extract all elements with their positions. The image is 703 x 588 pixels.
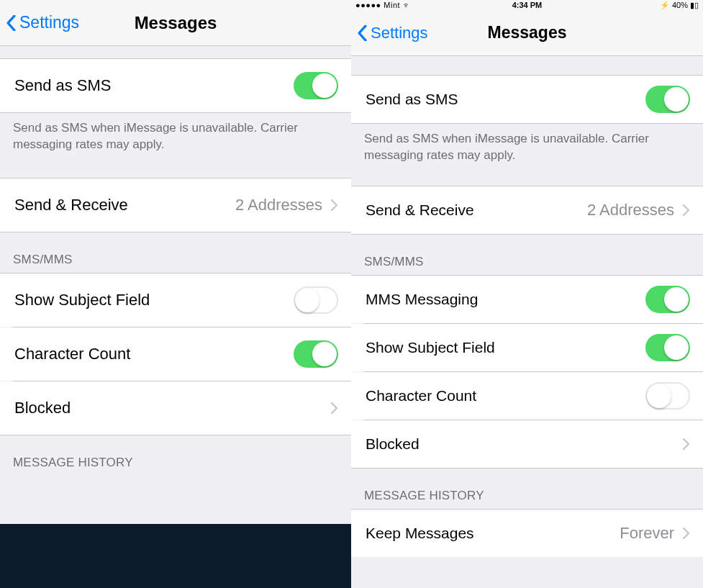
back-label: Settings xyxy=(371,24,428,42)
right-screenshot: ●●●●● Mint ᯤ 4:34 PM ⚡ 40% ▮▯ Settings M… xyxy=(351,0,703,588)
send-as-sms-label: Send as SMS xyxy=(14,76,294,95)
blocked-row[interactable]: Blocked xyxy=(351,420,703,468)
sms-mms-header: SMS/MMS xyxy=(0,232,351,273)
back-button[interactable]: Settings xyxy=(0,13,79,32)
left-screenshot: Settings Messages Send as SMS Send as SM… xyxy=(0,0,351,524)
status-battery: ⚡ 40% ▮▯ xyxy=(584,1,699,10)
chevron-left-icon xyxy=(6,15,17,31)
navigation-bar: Settings Messages xyxy=(0,0,351,46)
message-history-header: MESSAGE HISTORY xyxy=(351,469,703,509)
show-subject-toggle[interactable] xyxy=(294,286,338,314)
mms-messaging-label: MMS Messaging xyxy=(366,291,645,308)
keep-messages-label: Keep Messages xyxy=(366,525,620,542)
character-count-row[interactable]: Character Count xyxy=(351,372,703,420)
settings-content: Send as SMS Send as SMS when iMessage is… xyxy=(0,46,351,524)
settings-content: Send as SMS Send as SMS when iMessage is… xyxy=(351,56,703,588)
navigation-bar: Settings Messages xyxy=(351,10,703,56)
chevron-right-icon xyxy=(331,199,338,211)
back-label: Settings xyxy=(19,13,79,32)
send-receive-row[interactable]: Send & Receive 2 Addresses xyxy=(0,178,351,232)
show-subject-row[interactable]: Show Subject Field xyxy=(351,324,703,371)
chevron-right-icon xyxy=(683,438,690,450)
status-time: 4:34 PM xyxy=(470,1,584,9)
message-history-header: MESSAGE HISTORY xyxy=(0,435,351,476)
status-bar: ●●●●● Mint ᯤ 4:34 PM ⚡ 40% ▮▯ xyxy=(351,0,703,10)
sms-mms-header: SMS/MMS xyxy=(351,235,703,275)
show-subject-row[interactable]: Show Subject Field xyxy=(0,273,351,327)
send-receive-value: 2 Addresses xyxy=(587,201,674,220)
blocked-row[interactable]: Blocked xyxy=(0,381,351,435)
blocked-label: Blocked xyxy=(14,399,331,417)
back-button[interactable]: Settings xyxy=(351,24,428,42)
send-as-sms-toggle[interactable] xyxy=(645,86,690,113)
mms-messaging-row[interactable]: MMS Messaging xyxy=(351,276,703,323)
chevron-left-icon xyxy=(357,25,368,41)
show-subject-label: Show Subject Field xyxy=(14,291,294,309)
character-count-row[interactable]: Character Count xyxy=(0,327,351,381)
send-as-sms-row[interactable]: Send as SMS xyxy=(351,76,703,123)
keep-messages-value: Forever xyxy=(620,524,674,543)
send-receive-label: Send & Receive xyxy=(366,202,587,219)
chevron-right-icon xyxy=(331,402,338,414)
send-receive-row[interactable]: Send & Receive 2 Addresses xyxy=(351,186,703,234)
chevron-right-icon xyxy=(683,204,690,216)
send-receive-label: Send & Receive xyxy=(14,196,235,214)
character-count-toggle[interactable] xyxy=(645,382,690,410)
send-as-sms-footer: Send as SMS when iMessage is unavailable… xyxy=(351,124,703,168)
send-as-sms-footer: Send as SMS when iMessage is unavailable… xyxy=(0,113,351,158)
send-receive-value: 2 Addresses xyxy=(235,196,322,214)
character-count-label: Character Count xyxy=(366,387,645,404)
show-subject-toggle[interactable] xyxy=(645,334,690,361)
keep-messages-row[interactable]: Keep Messages Forever xyxy=(351,510,703,557)
status-carrier: ●●●●● Mint ᯤ xyxy=(355,1,470,9)
chevron-right-icon xyxy=(683,528,690,539)
send-as-sms-label: Send as SMS xyxy=(366,91,645,108)
blocked-label: Blocked xyxy=(366,435,683,453)
character-count-label: Character Count xyxy=(14,345,294,363)
character-count-toggle[interactable] xyxy=(294,340,338,368)
mms-messaging-toggle[interactable] xyxy=(645,286,690,313)
send-as-sms-row[interactable]: Send as SMS xyxy=(0,59,351,112)
send-as-sms-toggle[interactable] xyxy=(294,72,338,99)
show-subject-label: Show Subject Field xyxy=(366,339,645,356)
